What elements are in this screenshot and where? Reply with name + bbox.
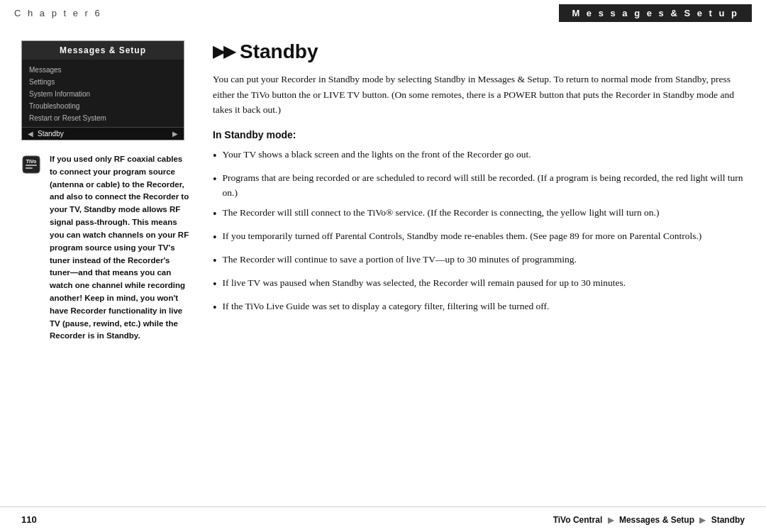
screenshot-menu: Messages Settings System Information Tro… [22, 60, 184, 127]
breadcrumb-part3: Standby [711, 515, 745, 525]
intro-paragraph: You can put your Recorder in Standby mod… [213, 72, 745, 118]
bullet-item-3: The Recorder will still connect to the T… [213, 206, 745, 223]
side-note: TiVo If you used only RF coaxial cables … [21, 153, 192, 343]
breadcrumb: TiVo Central ▶ Messages & Setup ▶ Standb… [553, 515, 745, 525]
sub-heading: In Standby mode: [213, 129, 745, 140]
screenshot-bottom-bar: ◀ Standby ▶ [22, 127, 184, 140]
bullet-item-5: The Recorder will continue to save a por… [213, 253, 745, 270]
bullet-item-1: Your TV shows a black screen and the lig… [213, 148, 745, 165]
page-number: 110 [21, 514, 37, 525]
section-title-text: Standby [240, 40, 318, 63]
main-content: Messages & Setup Messages Settings Syste… [0, 26, 766, 350]
menu-item-restart: Restart or Reset System [29, 112, 177, 124]
breadcrumb-arrow2: ▶ [699, 515, 706, 525]
left-column: Messages & Setup Messages Settings Syste… [21, 40, 206, 343]
bullet-item-6: If live TV was paused when Standby was s… [213, 276, 745, 294]
bullet-item-2: Programs that are being recorded or are … [213, 171, 745, 201]
page-header: C h a p t e r 6 M e s s a g e s & S e t … [0, 0, 766, 26]
right-arrow-icon: ▶ [172, 130, 178, 138]
selected-item-label: Standby [38, 130, 172, 138]
bullet-list: Your TV shows a black screen and the lig… [213, 148, 745, 317]
tivo-icon: TiVo [21, 155, 41, 174]
left-arrow-icon: ◀ [28, 130, 33, 138]
side-note-strong: If you used only RF coaxial cables to co… [50, 155, 189, 340]
header-title: M e s s a g e s & S e t u p [559, 4, 752, 22]
section-arrows: ▶▶ [213, 43, 234, 61]
chapter-label: C h a p t e r 6 [14, 5, 102, 21]
bullet-item-7: If the TiVo Live Guide was set to displa… [213, 299, 745, 317]
side-note-text: If you used only RF coaxial cables to co… [50, 153, 192, 343]
menu-item-system-info: System Information [29, 88, 177, 100]
breadcrumb-part1: TiVo Central [553, 515, 603, 525]
bullet-item-4: If you temporarily turned off Parental C… [213, 229, 745, 247]
breadcrumb-part2: Messages & Setup [619, 515, 694, 525]
screenshot-title: Messages & Setup [22, 41, 184, 60]
svg-text:TiVo: TiVo [26, 159, 37, 164]
screenshot-box: Messages & Setup Messages Settings Syste… [21, 40, 184, 140]
right-column: ▶▶ Standby You can put your Recorder in … [206, 40, 745, 343]
menu-item-settings: Settings [29, 76, 177, 88]
breadcrumb-arrow1: ▶ [608, 515, 614, 525]
section-title-container: ▶▶ Standby [213, 40, 745, 63]
tivo-icon-container: TiVo [21, 155, 44, 343]
menu-item-messages: Messages [29, 64, 177, 76]
svg-rect-3 [26, 167, 33, 169]
page-footer: 110 TiVo Central ▶ Messages & Setup ▶ St… [0, 506, 766, 532]
svg-rect-2 [26, 165, 37, 166]
menu-item-troubleshooting: Troubleshooting [29, 100, 177, 112]
